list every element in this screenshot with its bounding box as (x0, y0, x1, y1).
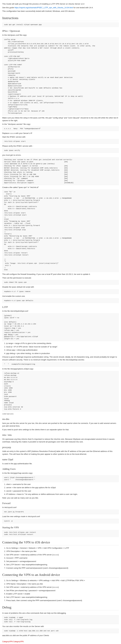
heading-msdns: ms-dns (2, 417, 119, 421)
mtu-text: On openswan.org they informs that it's i… (2, 438, 119, 443)
heading-debug: Debug (2, 605, 119, 610)
list-item: Account > PPP username (6, 556, 119, 560)
list-item: Go to Settings > General > Network > VPN… (6, 547, 119, 550)
chap-note: Note: you can add as many user as you li… (2, 496, 119, 499)
list-item: Go to Settings > Wireless & networks > V… (6, 579, 119, 582)
disable-intro: Disable the ipsec default init script wi… (2, 286, 119, 288)
list-item: ppp debug = yes when testing, no when in… (6, 352, 119, 355)
code-sysctl: net.ipv4.ip_forward=1 (2, 510, 119, 514)
code-ipsec-secrets: x.x.x.x %any: PSK "somegoodpassword" (2, 126, 119, 131)
msdns-text: here you set the dns server for your lan… (2, 422, 119, 428)
list-item: Set VPN server > external ip address of … (6, 586, 119, 588)
intro-p2: See this guide https://raymii.org/s/tuto… (2, 6, 119, 9)
heading-l2tp: L2TP (2, 305, 119, 309)
android-list: Go to Settings > Wireless & networks > V… (6, 579, 119, 602)
chap-intro: In the file /etc/ppp/chap-secrets copy: (2, 472, 119, 474)
heading-mtu: mtu / mtu (2, 433, 119, 437)
code-apt: sudo apt-get install xl2tpd openswan ppp (2, 22, 119, 27)
perm-intro: Then set the permission to execute: (2, 276, 119, 279)
heading-forward: Forward (2, 502, 119, 505)
heading-android: Connecting the VPN to an Android device (2, 572, 119, 578)
list-item: Press back, then connect using the PPP u… (6, 599, 119, 602)
code-options-label: code/options (2, 413, 14, 415)
l2tp-conf-intro: In the file /etc/xl2tpd/xl2tpd.conf (2, 310, 119, 312)
heading-instructions: Instructions (2, 16, 119, 21)
list-item: Enable L2TP secret > enable (6, 592, 119, 595)
heading-namel2tpd: name l2tpd (2, 458, 119, 462)
code-perm: sudo chmod 755 ipsec.vpn (2, 280, 119, 285)
list-item: VPN Description > the name you like (6, 550, 119, 553)
list-item: secret = password for the user (6, 490, 119, 492)
namel2tpd-text: Is used in the ppp authentication file. (2, 462, 119, 465)
debug-intro: In case of problems this are a few comma… (2, 612, 119, 614)
code-ppp-opts: refuse-mschap-v2 refuse-mschap ms-dns 8.… (2, 371, 119, 412)
debug-note: aaa.bbb.ccc.ddd are the public IP addres… (2, 634, 119, 637)
heading-adding-users: Adding Users (2, 467, 119, 471)
secret-note: Choose a good challenge-response authent… (2, 356, 119, 361)
ios-list: Go to Settings > General > Network > VPN… (6, 547, 119, 570)
ipsec-verify-intro: Please verify the IPSEC service with : (2, 145, 119, 148)
list-item: server = the name we define in the ppp.o… (6, 486, 119, 489)
ipsec-start-intro: Start the IPSEC service with (2, 136, 119, 138)
list-item: IP Address = leave to * for any address … (6, 493, 119, 496)
ipsec-note1: Make sure you follow the setup in the ip… (2, 116, 119, 122)
code-disable: #update-rc.d -f ipsec remove (2, 289, 119, 294)
list-item: Set password > somegoodpassword (6, 560, 119, 563)
code-start: sudo /etc/init.d/ipsec.vpn restart sudo … (2, 530, 119, 537)
heading-starting: Starting the VPN (2, 526, 119, 530)
chap-list: client = username for the user server = … (6, 483, 119, 496)
proxyarp-text: Adds an entry to this system's ARP [Addr… (2, 450, 119, 456)
list-item: client = username for the user (6, 483, 119, 486)
guide-link[interactable]: https://raymii.org/s/tutorials/IPSEC_L2T… (15, 6, 73, 9)
code-debug-server: sudo tcpdump -i eth0 host aaa.bbb.ccc.dd… (2, 628, 119, 633)
code-ipsec-verify: sudo ipsec verify (2, 148, 119, 153)
intro-p1: This Guide will walk you through the pro… (2, 2, 119, 6)
code-sysctl-load: sysctl -p (2, 519, 119, 524)
list-item: Connect using the PPP username/password … (6, 567, 119, 570)
heading-proxyarp: proxyarp (2, 446, 119, 449)
list-item: Set L2TP Secret > was exampleforchalleng… (6, 596, 119, 599)
msdns-note: If you need to push wins settings to the… (2, 428, 119, 431)
ipsec-conf-intro: In the /etc/ipsec.conf file copy: (2, 34, 119, 36)
ppp-opts-intro: In the file /etc/ppp/options.xl2tpd copy… (2, 368, 119, 370)
debug-server-intro: You can also monitor the results on the … (2, 625, 119, 628)
code-secret: * * exampleforchallengestring (2, 362, 119, 366)
code-ipsec-start: /etc/init.d/ipsec start (2, 139, 119, 144)
ipsec-replace: Replace x.x.x.x with your Server's IP (2, 132, 119, 135)
ipsec-secrets-intro: In the "/etc/ipsec.secrets" file copy: (2, 123, 119, 126)
ipsec-script-intro: Create a file called "ipsec.vpn" in "/et… (2, 186, 119, 189)
firewall-note: This will configure the firewall forward… (2, 273, 119, 276)
category-link[interactable]: CategoryVPN (2, 640, 13, 642)
code-debug: sudo tcpdump -i ppp0 sudo tail -f /var/l… (2, 615, 119, 624)
code-l2tp-conf: [global] ipsec saref = no [lns default] … (2, 313, 119, 341)
list-item: Set IPSec pre-shared key / password > so… (6, 589, 119, 592)
list-item: refuse pap = refure pap authentication (6, 349, 119, 352)
sysctl-intro: In /etc/sysctl.conf (2, 506, 119, 509)
sysctl-load-intro: Load the new settings made in /etc/sysct… (2, 515, 119, 518)
category-link[interactable]: CategoryVPN (13, 640, 24, 642)
list-item: Set L2TP Secret > was exampleforchalleng… (6, 563, 119, 566)
code-enable: #update-rc.d ipsec.vpn defaults (2, 298, 119, 303)
enable-intro: And enable the custom one. (2, 295, 119, 298)
footer-categories: CategoryVPN CategoryVPN (2, 640, 119, 643)
intro-p3: This configuration has been successfully… (2, 10, 119, 12)
ipsec-no-errors: you must get no errors. (2, 154, 119, 156)
heading-ipsec-openswan: IPSec / Openswan (2, 29, 119, 33)
code-ipsec-verify-output: Checking your system to see if IPsec got… (2, 158, 119, 185)
list-item: local ip = IP of VPN server. Value must … (6, 345, 119, 348)
list-item: ip range = range of IPs to give to the c… (6, 342, 119, 345)
heading-ios: Connecting the VPN to iOS device (2, 540, 119, 545)
l2tp-list: ip range = range of IPs to give to the c… (6, 342, 119, 355)
code-ipsec-script: case "$1" in start) echo "Starting my Ip… (2, 190, 119, 272)
code-ipsec-conf: config setup nat_traversal=yes virtual_p… (2, 37, 119, 116)
list-item: Set VPN server > external ip address of … (6, 553, 119, 556)
code-chap: user1 l2tpd chooseagoodpassword * user2 … (2, 475, 119, 482)
list-item: VPN Name / Description > the name you li… (6, 582, 119, 585)
